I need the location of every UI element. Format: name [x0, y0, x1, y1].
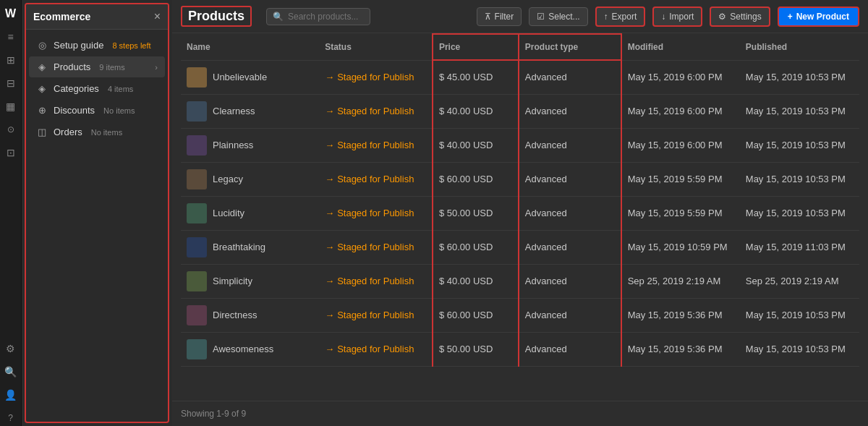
- product-type-cell: Advanced: [519, 60, 621, 94]
- setup-guide-icon: ◎: [36, 40, 48, 51]
- table-row[interactable]: Directness→Staged for Publish$ 60.00 USD…: [181, 298, 859, 332]
- product-status: Staged for Publish: [337, 344, 414, 354]
- rail-search-icon[interactable]: 🔍: [3, 364, 19, 380]
- product-price-cell: $ 60.00 USD: [433, 162, 519, 196]
- product-type-cell: Advanced: [519, 264, 621, 298]
- rail-grid-icon[interactable]: ⊞: [3, 52, 19, 68]
- product-price-cell: $ 45.00 USD: [433, 60, 519, 94]
- sidebar-label-setup-guide: Setup guide: [54, 40, 103, 51]
- product-published-cell: May 15, 2019 10:53 PM: [740, 332, 859, 366]
- status-arrow-icon: →: [325, 140, 334, 150]
- product-type-cell: Advanced: [519, 332, 621, 366]
- products-icon: ◈: [36, 61, 48, 72]
- sidebar: Ecommerce × ◎ Setup guide 8 steps left ◈…: [25, 3, 169, 423]
- product-published-cell: May 15, 2019 10:53 PM: [740, 128, 859, 162]
- product-status: Staged for Publish: [337, 106, 414, 116]
- product-modified-cell: May 15, 2019 5:36 PM: [621, 332, 740, 366]
- rail-help-icon[interactable]: ?: [3, 410, 19, 426]
- table-row[interactable]: Plainness→Staged for Publish$ 40.00 USDA…: [181, 128, 859, 162]
- product-modified-cell: May 15, 2019 5:59 PM: [621, 196, 740, 230]
- orders-count: No items: [91, 128, 122, 137]
- select-button[interactable]: ☑ Select...: [529, 7, 587, 26]
- status-arrow-icon: →: [325, 344, 334, 354]
- rail-image-icon[interactable]: ▦: [3, 98, 19, 114]
- col-header-published: Published: [740, 34, 859, 60]
- product-name: Simplicity: [213, 276, 252, 286]
- new-product-button[interactable]: + New Product: [778, 7, 859, 27]
- filter-icon: ⊼: [485, 12, 491, 22]
- col-header-modified: Modified: [621, 34, 740, 60]
- col-header-status: Status: [319, 34, 433, 60]
- import-button[interactable]: ↓ Import: [652, 7, 702, 27]
- table-row[interactable]: Awesomeness→Staged for Publish$ 50.00 US…: [181, 332, 859, 366]
- rail-layers-icon[interactable]: ⊟: [3, 75, 19, 91]
- product-status: Staged for Publish: [337, 310, 414, 320]
- sidebar-item-orders[interactable]: ◫ Orders No items: [29, 122, 165, 142]
- main-content: Products 🔍 ⊼ Filter ☑ Select... ↑ Export…: [172, 0, 868, 426]
- rail-cart-icon[interactable]: ⊙: [3, 122, 19, 137]
- search-icon: 🔍: [273, 12, 284, 22]
- product-name-cell: Clearness: [181, 94, 319, 128]
- sidebar-item-setup-guide[interactable]: ◎ Setup guide 8 steps left: [29, 35, 165, 56]
- export-button[interactable]: ↑ Export: [595, 7, 646, 27]
- rail-store-icon[interactable]: ⊡: [3, 145, 19, 161]
- product-name-cell: Awesomeness: [181, 332, 319, 366]
- product-modified-cell: May 15, 2019 6:00 PM: [621, 60, 740, 94]
- settings-button[interactable]: ⚙ Settings: [710, 7, 770, 27]
- sidebar-item-products[interactable]: ◈ Products 9 items ›: [29, 56, 165, 77]
- status-arrow-icon: →: [325, 106, 334, 116]
- product-name-cell: Simplicity: [181, 264, 319, 298]
- product-price-cell: $ 40.00 USD: [433, 94, 519, 128]
- product-published-cell: May 15, 2019 10:53 PM: [740, 60, 859, 94]
- new-product-plus-icon: +: [788, 12, 793, 22]
- orders-icon: ◫: [36, 127, 48, 137]
- product-status: Staged for Publish: [337, 276, 414, 286]
- product-status-cell: →Staged for Publish: [319, 162, 433, 196]
- table-row[interactable]: Lucidity→Staged for Publish$ 50.00 USDAd…: [181, 196, 859, 230]
- sidebar-item-discounts[interactable]: ⊕ Discounts No items: [29, 100, 165, 121]
- product-published-cell: Sep 25, 2019 2:19 AM: [740, 264, 859, 298]
- product-status: Staged for Publish: [337, 140, 414, 150]
- rail-logo[interactable]: W: [3, 6, 19, 22]
- status-arrow-icon: →: [325, 276, 334, 286]
- product-published-cell: May 15, 2019 11:03 PM: [740, 230, 859, 264]
- product-status: Staged for Publish: [337, 242, 414, 252]
- import-icon: ↓: [661, 12, 665, 22]
- rail-menu-icon[interactable]: ≡: [3, 29, 19, 45]
- status-arrow-icon: →: [325, 174, 334, 184]
- sidebar-item-categories[interactable]: ◈ Categories 4 items: [29, 78, 165, 99]
- product-price-cell: $ 40.00 USD: [433, 264, 519, 298]
- table-row[interactable]: Simplicity→Staged for Publish$ 40.00 USD…: [181, 264, 859, 298]
- table-row[interactable]: Legacy→Staged for Publish$ 60.00 USDAdva…: [181, 162, 859, 196]
- product-modified-cell: May 15, 2019 5:36 PM: [621, 298, 740, 332]
- select-icon: ☑: [537, 12, 545, 22]
- new-product-label: New Product: [796, 12, 849, 22]
- col-header-product-type: Product type: [519, 34, 621, 60]
- product-name: Unbelievable: [213, 72, 267, 82]
- settings-icon: ⚙: [718, 12, 726, 22]
- product-name: Lucidity: [213, 208, 244, 218]
- status-arrow-icon: →: [325, 242, 334, 252]
- sidebar-header: Ecommerce ×: [26, 4, 168, 30]
- product-modified-cell: May 15, 2019 10:59 PM: [621, 230, 740, 264]
- categories-count: 4 items: [108, 85, 133, 93]
- product-price-cell: $ 60.00 USD: [433, 230, 519, 264]
- rail-settings-icon[interactable]: ⚙: [3, 341, 19, 357]
- topbar: Products 🔍 ⊼ Filter ☑ Select... ↑ Export…: [172, 0, 868, 33]
- sidebar-label-orders: Orders: [54, 127, 82, 137]
- filter-button[interactable]: ⊼ Filter: [477, 7, 522, 26]
- product-status-cell: →Staged for Publish: [319, 60, 433, 94]
- status-arrow-icon: →: [325, 208, 334, 218]
- table-row[interactable]: Breathtaking→Staged for Publish$ 60.00 U…: [181, 230, 859, 264]
- sidebar-close-button[interactable]: ×: [154, 10, 161, 23]
- table-footer: Showing 1-9 of 9: [172, 401, 868, 426]
- table-row[interactable]: Clearness→Staged for Publish$ 40.00 USDA…: [181, 94, 859, 128]
- table-row[interactable]: Unbelievable→Staged for Publish$ 45.00 U…: [181, 60, 859, 94]
- search-input[interactable]: [288, 12, 364, 22]
- product-type-cell: Advanced: [519, 298, 621, 332]
- rail-users-icon[interactable]: 👤: [3, 387, 19, 403]
- product-name: Legacy: [213, 174, 243, 184]
- categories-icon: ◈: [36, 83, 48, 94]
- product-modified-cell: May 15, 2019 6:00 PM: [621, 128, 740, 162]
- product-name: Plainness: [213, 140, 253, 150]
